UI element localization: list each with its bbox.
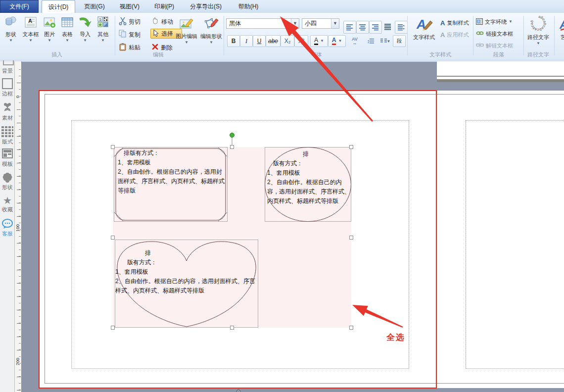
text-wrap-button[interactable]: 文字环绕▼ <box>476 17 521 27</box>
svg-text:5: 5 <box>99 17 102 22</box>
text-style-button[interactable]: A 文字样式 <box>410 16 438 41</box>
insert-picture-button[interactable]: 图片▼ <box>41 16 58 42</box>
heart-text: 排 版有方式： 1、套用模板 2、自由创作。根据自己的内容，选用封面样式、序言 … <box>115 248 260 295</box>
underline-color-button[interactable]: A▼ <box>310 35 328 47</box>
selection-handle-nw[interactable] <box>111 145 115 149</box>
copy-style-button[interactable]: A 复制样式 <box>440 18 472 28</box>
sidebar-item-template[interactable]: 模板 <box>0 148 15 169</box>
ruler-mark: 200 <box>15 358 20 365</box>
tab-page[interactable]: 页面(G) <box>78 0 111 13</box>
vertical-ruler: 0 100 200 <box>15 61 22 392</box>
align-distribute-button[interactable] <box>395 21 408 34</box>
star-icon: ★ <box>3 195 12 206</box>
art-text-button[interactable]: A 艺术 <box>556 17 564 41</box>
cursor-arrow-icon <box>153 29 159 39</box>
insert-other-button[interactable]: 5 其他▼ <box>94 16 112 42</box>
bold-button[interactable]: B <box>227 35 240 47</box>
path-text-button[interactable]: abcabcabcabcab 路径文字▼ <box>525 15 551 45</box>
tab-view[interactable]: 视图(V) <box>114 0 145 13</box>
insert-textbox-button[interactable]: A 文本框▼ <box>21 16 41 42</box>
chevron-down-icon[interactable]: ▼ <box>331 19 339 28</box>
page2-margin-guide <box>466 120 564 369</box>
tab-help[interactable]: 帮助(H) <box>234 0 263 13</box>
paragraph-mark-button[interactable]: 段 <box>393 35 406 47</box>
font-size-combo[interactable]: 小四▼ <box>302 18 339 29</box>
insert-table-button[interactable]: 表格▼ <box>58 16 76 42</box>
chat-bubble-icon <box>1 218 13 230</box>
sidebar-item-shapes[interactable]: 形状 <box>0 172 15 193</box>
tab-design[interactable]: 设计(D) <box>42 0 75 13</box>
align-left-button[interactable] <box>343 21 356 34</box>
selection-handle-w[interactable] <box>111 236 115 240</box>
tab-print[interactable]: 印刷(P) <box>149 0 179 13</box>
cut-button[interactable]: 剪切 <box>119 17 148 27</box>
selection-handle-se[interactable] <box>349 326 353 330</box>
align-right-button[interactable] <box>369 21 382 34</box>
chain-link-icon <box>476 30 484 37</box>
selection-handle-sw[interactable] <box>111 326 115 330</box>
line-spacing-button[interactable]: ↕ <box>363 35 378 47</box>
blob-shape-icon <box>2 172 13 184</box>
sidebar-item-border[interactable]: 边框 <box>0 77 15 98</box>
chevron-down-icon: ▼ <box>199 41 224 44</box>
strikethrough-button[interactable]: abe <box>266 35 281 47</box>
char-spacing-button[interactable]: AV↔ <box>346 35 363 47</box>
align-center-icon <box>359 24 367 31</box>
lines-glyph <box>370 38 374 44</box>
align-justify-button[interactable] <box>382 21 394 33</box>
picture-edit-icon <box>179 17 194 32</box>
text-style-icon: A <box>416 16 432 33</box>
import-button[interactable]: 导入▼ <box>76 16 94 42</box>
insert-shape-button[interactable]: 形状▼ <box>2 16 20 42</box>
selection-handle-ne[interactable] <box>349 145 353 149</box>
chevron-down-icon: ▼ <box>76 39 94 42</box>
columns-button[interactable]: ▼ <box>378 35 393 47</box>
sidebar-item-support[interactable]: 客服 <box>0 218 15 239</box>
sidebar-item-background[interactable]: 背景 <box>0 67 15 75</box>
scissors-icon <box>119 17 127 27</box>
picture-icon <box>43 16 56 30</box>
italic-button[interactable]: I <box>240 35 253 47</box>
shape-edit-icon <box>204 17 219 32</box>
chevron-down-icon[interactable]: ▼ <box>320 40 324 43</box>
sidebar-item-material[interactable]: 素材 <box>0 101 15 122</box>
chevron-down-icon[interactable]: ▼ <box>509 20 513 23</box>
link-textbox-button[interactable]: 链接文本框 <box>476 29 521 39</box>
sidebar-item-layout[interactable]: 版式 <box>0 125 15 146</box>
selection-handle-s[interactable] <box>230 326 234 330</box>
style-a-icon: A <box>440 19 445 27</box>
chevron-down-icon: ▼ <box>41 39 58 42</box>
picture-edit-button[interactable]: 图片编辑▼ <box>173 17 200 44</box>
file-menu-button[interactable]: 文件(F) <box>0 0 39 13</box>
selection-handle-e[interactable] <box>349 236 353 240</box>
other-objects-icon: 5 <box>96 16 109 30</box>
svg-text:abcabcabcabcab: abcabcabcabcab <box>530 15 547 32</box>
svg-text:A: A <box>28 18 32 24</box>
copy-button[interactable]: 复制 <box>119 30 148 40</box>
clipboard-icon <box>119 43 127 52</box>
unlink-textbox-button[interactable]: 解链文本框 <box>476 41 521 50</box>
group-label-path-text: 路径文字 <box>518 51 558 58</box>
superscript-button[interactable]: X² <box>294 35 308 47</box>
page-shadow <box>437 79 564 82</box>
table-icon <box>61 16 74 30</box>
select-all-annotation: 全选 <box>386 332 405 343</box>
chevron-down-icon[interactable]: ▼ <box>291 19 299 28</box>
sidebar-item-favorites[interactable]: ★ 收藏 <box>0 195 15 216</box>
separator <box>523 16 524 55</box>
chevron-down-icon[interactable]: ▼ <box>387 40 391 43</box>
separator <box>224 16 224 55</box>
chevron-down-icon: ▼ <box>21 39 41 42</box>
shape-edit-button[interactable]: 编辑形状▼ <box>199 17 224 44</box>
tab-share-export[interactable]: 分享导出(S) <box>183 0 229 13</box>
copy-icon <box>119 30 127 40</box>
align-center-button[interactable] <box>356 21 369 34</box>
font-name-combo[interactable]: 黑体▼ <box>226 18 299 29</box>
subscript-button[interactable]: X₂ <box>281 35 294 47</box>
grid-icon <box>1 126 13 137</box>
underline-button[interactable]: U <box>253 35 266 47</box>
selection-handle-n[interactable] <box>230 145 234 149</box>
chevron-down-icon[interactable]: ▼ <box>338 40 342 43</box>
apply-style-button[interactable]: A 应用样式 <box>440 30 472 40</box>
font-color-button[interactable]: A▼ <box>328 35 346 47</box>
